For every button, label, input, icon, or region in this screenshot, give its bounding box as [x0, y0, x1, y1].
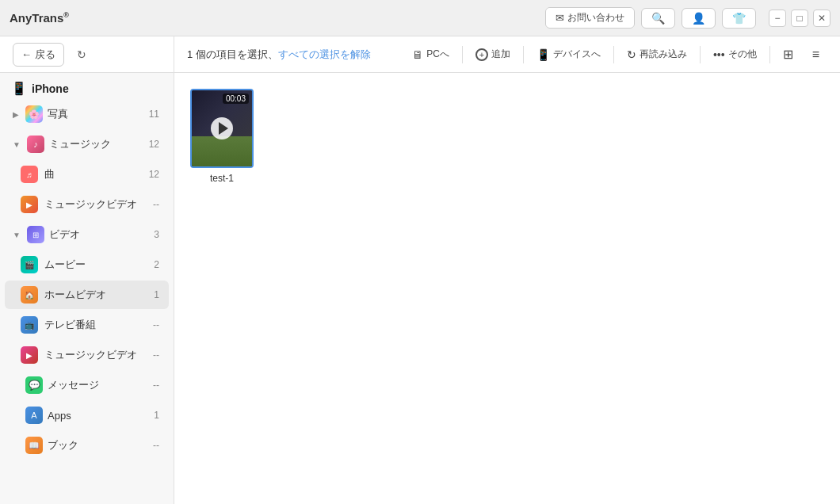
music-icon: ♪	[27, 136, 44, 153]
ellipsis-icon: •••	[713, 48, 725, 61]
sidebar-item-books[interactable]: ▶ 📖 ブック --	[5, 431, 169, 460]
search-icon: 🔍	[651, 12, 665, 25]
sidebar-item-messages[interactable]: ▶ 💬 メッセージ --	[5, 371, 169, 399]
sidebar-item-musicvideo[interactable]: ▶ ミュージックビデオ --	[5, 190, 169, 219]
divider-2	[523, 46, 524, 63]
window-controls: − □ ✕	[769, 10, 830, 27]
video-icon: ⊞	[27, 226, 44, 243]
refresh-button[interactable]: ↻	[71, 44, 93, 66]
store-icon: 👕	[732, 12, 746, 25]
back-label: 戻る	[35, 48, 55, 62]
back-button[interactable]: ← 戻る	[13, 43, 64, 67]
back-arrow-icon: ←	[21, 48, 32, 60]
tvshow-icon: 📺	[21, 316, 38, 334]
sidebar-item-photos-count: 11	[149, 109, 159, 120]
musicvideo2-icon: ▶	[21, 346, 38, 364]
more-button[interactable]: ••• その他	[705, 44, 765, 65]
main-layout: ← 戻る ↻ 📱 iPhone ▶ 🌸 写真 11 ▼ ♪ ミュージック 12 …	[0, 36, 840, 504]
sidebar-item-tvshow[interactable]: 📺 テレビ番組 --	[5, 311, 169, 339]
support-label: お問い合わせ	[567, 11, 624, 25]
sidebar-item-messages-label: メッセージ	[48, 378, 148, 392]
sidebar-item-messages-count: --	[153, 380, 159, 391]
chevron-down-icon2: ▼	[13, 231, 21, 239]
pc-button[interactable]: 🖥 PCへ	[404, 44, 457, 65]
divider-3	[613, 46, 614, 63]
reload-icon: ↻	[627, 48, 636, 61]
mail-icon: ✉	[556, 12, 564, 24]
sidebar-device-header: 📱 iPhone	[0, 73, 174, 99]
photos-icon: 🌸	[25, 105, 43, 123]
toolbar-actions: 🖥 PCへ + 追加 📱 デバイスへ ↻ 再読み込み	[404, 43, 827, 66]
divider-4	[700, 46, 701, 63]
homevideo-icon: 🏠	[21, 286, 38, 304]
divider-5	[769, 46, 770, 63]
sidebar-item-photos[interactable]: ▶ 🌸 写真 11	[5, 100, 169, 128]
video-thumbnail: 00:03	[190, 89, 254, 168]
sidebar-item-music[interactable]: ▼ ♪ ミュージック 12	[5, 130, 169, 158]
sidebar-item-video-count: 3	[154, 229, 159, 240]
reload-label: 再読み込み	[640, 48, 687, 61]
sidebar-header: ← 戻る ↻	[0, 36, 174, 73]
sidebar-item-musicvideo2[interactable]: ▶ ミュージックビデオ --	[5, 341, 169, 369]
refresh-icon: ↻	[77, 48, 86, 61]
device-button[interactable]: 📱 デバイスへ	[529, 44, 609, 65]
sidebar-item-books-count: --	[153, 440, 159, 451]
sidebar-item-apps-count: 1	[154, 410, 159, 421]
sidebar-item-homevideo-count: 1	[154, 289, 159, 300]
sidebar-item-songs-count: 12	[149, 169, 159, 180]
device-name: iPhone	[32, 82, 69, 95]
iphone-icon: 📱	[11, 81, 27, 96]
play-triangle-icon	[219, 122, 228, 135]
sidebar-item-songs-label: 曲	[44, 167, 143, 181]
sidebar-item-movie-count: 2	[154, 259, 159, 270]
device-label: デバイスへ	[553, 48, 601, 61]
toolbar: 1 個の項目を選択、すべての選択を解除 🖥 PCへ + 追加 📱 デバイスへ	[174, 36, 840, 73]
play-button-overlay	[211, 117, 233, 139]
grid-view-button[interactable]: ⊞	[775, 43, 801, 66]
maximize-button[interactable]: □	[791, 10, 808, 27]
sidebar-item-musicvideo-count: --	[153, 199, 159, 210]
books-icon: 📖	[25, 437, 43, 454]
close-button[interactable]: ✕	[813, 10, 830, 27]
apps-icon: A	[25, 407, 43, 424]
device-icon: 📱	[536, 48, 550, 61]
add-label: 追加	[491, 48, 510, 61]
list-view-icon: ≡	[812, 48, 819, 62]
minimize-button[interactable]: −	[769, 10, 786, 27]
sidebar: ← 戻る ↻ 📱 iPhone ▶ 🌸 写真 11 ▼ ♪ ミュージック 12 …	[0, 36, 174, 504]
title-bar: AnyTrans® ✉ お問い合わせ 🔍 👤 👕 − □ ✕	[0, 0, 840, 36]
sidebar-item-photos-label: 写真	[48, 107, 144, 121]
sidebar-item-tvshow-count: --	[153, 319, 159, 330]
sidebar-item-video[interactable]: ▼ ⊞ ビデオ 3	[5, 220, 169, 249]
chevron-right-icon: ▶	[13, 110, 19, 119]
user-icon: 👤	[692, 12, 705, 25]
sidebar-item-musicvideo2-label: ミュージックビデオ	[44, 348, 147, 362]
sidebar-item-songs[interactable]: ♬ 曲 12	[5, 160, 169, 189]
video-grid: 00:03 test-1	[190, 89, 824, 184]
divider-1	[462, 46, 463, 63]
add-button[interactable]: + 追加	[468, 44, 518, 65]
sidebar-item-video-label: ビデオ	[49, 227, 149, 242]
sidebar-item-movie[interactable]: 🎬 ムービー 2	[5, 250, 169, 279]
user-button[interactable]: 👤	[682, 8, 716, 29]
title-bar-right: ✉ お問い合わせ 🔍 👤 👕 − □ ✕	[545, 7, 830, 29]
selection-info: 1 個の項目を選択、	[187, 48, 278, 60]
video-item-test1[interactable]: 00:03 test-1	[190, 89, 254, 184]
store-button[interactable]: 👕	[722, 8, 756, 29]
sidebar-item-books-label: ブック	[48, 438, 148, 452]
sidebar-item-apps-label: Apps	[48, 410, 149, 422]
sidebar-item-music-label: ミュージック	[49, 137, 144, 151]
sidebar-item-apps[interactable]: ▶ A Apps 1	[5, 401, 169, 430]
sidebar-item-musicvideo-label: ミュージックビデオ	[44, 197, 147, 212]
support-button[interactable]: ✉ お問い合わせ	[546, 8, 634, 28]
video-thumb-bg	[192, 136, 252, 166]
app-trademark: ®	[63, 11, 69, 19]
video-filename: test-1	[210, 173, 234, 184]
sidebar-item-homevideo-label: ホームビデオ	[44, 288, 147, 302]
sidebar-item-music-count: 12	[149, 139, 159, 150]
sidebar-item-homevideo[interactable]: 🏠 ホームビデオ 1	[5, 281, 169, 309]
reload-button[interactable]: ↻ 再読み込み	[619, 44, 695, 65]
list-view-button[interactable]: ≡	[804, 44, 827, 66]
deselect-link[interactable]: すべての選択を解除	[278, 48, 371, 60]
search-button[interactable]: 🔍	[641, 8, 675, 29]
